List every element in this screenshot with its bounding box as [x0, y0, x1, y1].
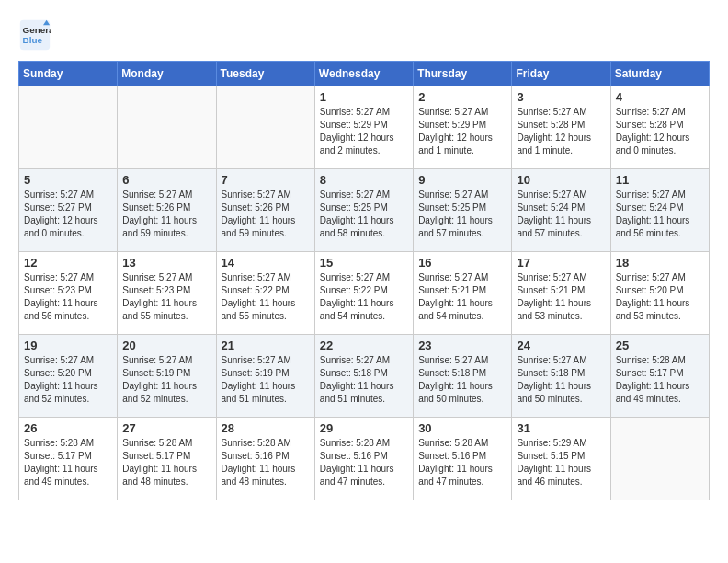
day-number: 5	[24, 173, 112, 187]
day-number: 6	[122, 173, 210, 187]
day-number: 9	[418, 173, 506, 187]
calendar-cell: 10Sunrise: 5:27 AM Sunset: 5:24 PM Dayli…	[512, 169, 610, 252]
day-info: Sunrise: 5:27 AM Sunset: 5:24 PM Dayligh…	[517, 189, 605, 240]
day-info: Sunrise: 5:27 AM Sunset: 5:18 PM Dayligh…	[320, 354, 408, 406]
day-info: Sunrise: 5:27 AM Sunset: 5:21 PM Dayligh…	[517, 271, 605, 323]
day-info: Sunrise: 5:28 AM Sunset: 5:16 PM Dayligh…	[418, 437, 506, 488]
header: General Blue	[18, 18, 710, 52]
day-info: Sunrise: 5:27 AM Sunset: 5:25 PM Dayligh…	[418, 189, 506, 240]
day-info: Sunrise: 5:27 AM Sunset: 5:24 PM Dayligh…	[616, 189, 704, 240]
day-number: 12	[24, 256, 112, 270]
day-info: Sunrise: 5:27 AM Sunset: 5:23 PM Dayligh…	[122, 271, 210, 323]
calendar-cell: 23Sunrise: 5:27 AM Sunset: 5:18 PM Dayli…	[414, 335, 512, 418]
calendar-cell: 5Sunrise: 5:27 AM Sunset: 5:27 PM Daylig…	[19, 169, 118, 252]
week-row-3: 12Sunrise: 5:27 AM Sunset: 5:23 PM Dayli…	[19, 252, 710, 335]
day-number: 18	[616, 256, 704, 270]
day-number: 16	[418, 256, 506, 270]
day-info: Sunrise: 5:27 AM Sunset: 5:19 PM Dayligh…	[222, 354, 310, 406]
weekday-header-thursday: Thursday	[414, 62, 512, 86]
calendar-cell: 11Sunrise: 5:27 AM Sunset: 5:24 PM Dayli…	[610, 169, 709, 252]
day-info: Sunrise: 5:27 AM Sunset: 5:26 PM Dayligh…	[222, 189, 310, 240]
svg-text:General: General	[23, 25, 52, 35]
calendar-cell: 29Sunrise: 5:28 AM Sunset: 5:16 PM Dayli…	[314, 418, 413, 500]
weekday-header-sunday: Sunday	[19, 62, 118, 86]
day-number: 19	[24, 339, 112, 352]
day-number: 30	[418, 421, 506, 435]
calendar-cell: 1Sunrise: 5:27 AM Sunset: 5:29 PM Daylig…	[314, 86, 413, 169]
day-number: 14	[222, 256, 310, 270]
day-number: 7	[222, 173, 310, 187]
weekday-header-monday: Monday	[118, 62, 216, 86]
calendar-cell: 19Sunrise: 5:27 AM Sunset: 5:20 PM Dayli…	[19, 335, 118, 418]
calendar-cell: 9Sunrise: 5:27 AM Sunset: 5:25 PM Daylig…	[414, 169, 512, 252]
calendar-cell: 24Sunrise: 5:27 AM Sunset: 5:18 PM Dayli…	[512, 335, 610, 418]
day-number: 21	[222, 339, 310, 352]
calendar-cell: 18Sunrise: 5:27 AM Sunset: 5:20 PM Dayli…	[610, 252, 709, 335]
day-info: Sunrise: 5:27 AM Sunset: 5:21 PM Dayligh…	[418, 271, 506, 323]
day-info: Sunrise: 5:28 AM Sunset: 5:17 PM Dayligh…	[616, 354, 704, 406]
calendar-cell	[19, 86, 118, 169]
day-number: 28	[222, 421, 310, 435]
calendar-cell: 2Sunrise: 5:27 AM Sunset: 5:29 PM Daylig…	[414, 86, 512, 169]
day-info: Sunrise: 5:27 AM Sunset: 5:29 PM Dayligh…	[320, 106, 408, 157]
day-info: Sunrise: 5:27 AM Sunset: 5:29 PM Dayligh…	[418, 106, 506, 157]
calendar-cell: 22Sunrise: 5:27 AM Sunset: 5:18 PM Dayli…	[314, 335, 413, 418]
weekday-header-wednesday: Wednesday	[314, 62, 413, 86]
day-number: 11	[616, 173, 704, 187]
day-info: Sunrise: 5:27 AM Sunset: 5:18 PM Dayligh…	[517, 354, 605, 406]
day-number: 1	[320, 90, 408, 104]
calendar-cell: 20Sunrise: 5:27 AM Sunset: 5:19 PM Dayli…	[118, 335, 216, 418]
day-info: Sunrise: 5:28 AM Sunset: 5:16 PM Dayligh…	[222, 437, 310, 488]
calendar-cell: 30Sunrise: 5:28 AM Sunset: 5:16 PM Dayli…	[414, 418, 512, 500]
calendar-cell: 17Sunrise: 5:27 AM Sunset: 5:21 PM Dayli…	[512, 252, 610, 335]
day-info: Sunrise: 5:28 AM Sunset: 5:16 PM Dayligh…	[320, 437, 408, 488]
weekday-header-saturday: Saturday	[610, 62, 709, 86]
day-number: 8	[320, 173, 408, 187]
calendar-cell	[216, 86, 314, 169]
day-number: 10	[517, 173, 605, 187]
calendar-cell: 14Sunrise: 5:27 AM Sunset: 5:22 PM Dayli…	[216, 252, 314, 335]
weekday-header-tuesday: Tuesday	[216, 62, 314, 86]
calendar-cell: 13Sunrise: 5:27 AM Sunset: 5:23 PM Dayli…	[118, 252, 216, 335]
day-info: Sunrise: 5:27 AM Sunset: 5:27 PM Dayligh…	[24, 189, 112, 240]
calendar: SundayMondayTuesdayWednesdayThursdayFrid…	[18, 61, 710, 500]
day-info: Sunrise: 5:28 AM Sunset: 5:17 PM Dayligh…	[122, 437, 210, 488]
day-number: 3	[517, 90, 605, 104]
day-number: 17	[517, 256, 605, 270]
calendar-cell	[610, 418, 709, 500]
day-info: Sunrise: 5:27 AM Sunset: 5:25 PM Dayligh…	[320, 189, 408, 240]
calendar-cell: 16Sunrise: 5:27 AM Sunset: 5:21 PM Dayli…	[414, 252, 512, 335]
day-number: 15	[320, 256, 408, 270]
calendar-cell: 6Sunrise: 5:27 AM Sunset: 5:26 PM Daylig…	[118, 169, 216, 252]
day-info: Sunrise: 5:27 AM Sunset: 5:18 PM Dayligh…	[418, 354, 506, 406]
calendar-cell: 26Sunrise: 5:28 AM Sunset: 5:17 PM Dayli…	[19, 418, 118, 500]
calendar-cell: 28Sunrise: 5:28 AM Sunset: 5:16 PM Dayli…	[216, 418, 314, 500]
day-number: 13	[122, 256, 210, 270]
calendar-cell	[118, 86, 216, 169]
day-number: 24	[517, 339, 605, 352]
day-info: Sunrise: 5:28 AM Sunset: 5:17 PM Dayligh…	[24, 437, 112, 488]
week-row-5: 26Sunrise: 5:28 AM Sunset: 5:17 PM Dayli…	[19, 418, 710, 500]
day-info: Sunrise: 5:27 AM Sunset: 5:22 PM Dayligh…	[222, 271, 310, 323]
day-number: 20	[122, 339, 210, 352]
day-info: Sunrise: 5:27 AM Sunset: 5:20 PM Dayligh…	[616, 271, 704, 323]
week-row-4: 19Sunrise: 5:27 AM Sunset: 5:20 PM Dayli…	[19, 335, 710, 418]
day-info: Sunrise: 5:27 AM Sunset: 5:23 PM Dayligh…	[24, 271, 112, 323]
calendar-cell: 7Sunrise: 5:27 AM Sunset: 5:26 PM Daylig…	[216, 169, 314, 252]
day-number: 31	[517, 421, 605, 435]
day-number: 27	[122, 421, 210, 435]
calendar-cell: 4Sunrise: 5:27 AM Sunset: 5:28 PM Daylig…	[610, 86, 709, 169]
calendar-cell: 31Sunrise: 5:29 AM Sunset: 5:15 PM Dayli…	[512, 418, 610, 500]
week-row-2: 5Sunrise: 5:27 AM Sunset: 5:27 PM Daylig…	[19, 169, 710, 252]
day-number: 25	[616, 339, 704, 352]
calendar-cell: 25Sunrise: 5:28 AM Sunset: 5:17 PM Dayli…	[610, 335, 709, 418]
day-number: 22	[320, 339, 408, 352]
day-info: Sunrise: 5:27 AM Sunset: 5:26 PM Dayligh…	[122, 189, 210, 240]
calendar-cell: 3Sunrise: 5:27 AM Sunset: 5:28 PM Daylig…	[512, 86, 610, 169]
day-info: Sunrise: 5:27 AM Sunset: 5:28 PM Dayligh…	[616, 106, 704, 157]
weekday-header-friday: Friday	[512, 62, 610, 86]
calendar-cell: 27Sunrise: 5:28 AM Sunset: 5:17 PM Dayli…	[118, 418, 216, 500]
day-info: Sunrise: 5:29 AM Sunset: 5:15 PM Dayligh…	[517, 437, 605, 488]
logo: General Blue	[18, 18, 55, 52]
week-row-1: 1Sunrise: 5:27 AM Sunset: 5:29 PM Daylig…	[19, 86, 710, 169]
